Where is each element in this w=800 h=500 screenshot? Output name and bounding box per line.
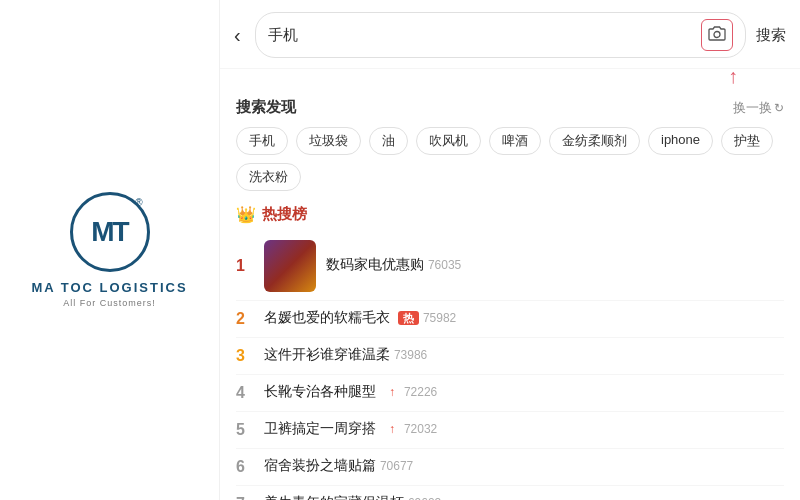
logo-initials: MT <box>91 216 127 248</box>
camera-icon <box>708 25 726 45</box>
hot-item-count: 76035 <box>428 258 461 272</box>
refresh-icon: ↻ <box>774 101 784 115</box>
tag-item[interactable]: 金纺柔顺剂 <box>549 127 640 155</box>
hot-list: 1 数码家电优惠购 76035 2 名媛也爱的软糯毛衣热 75982 3 这件开… <box>236 232 784 500</box>
hot-item-count: 69603 <box>408 496 441 500</box>
hot-text-area: 这件开衫谁穿谁温柔 73986 <box>264 346 784 366</box>
hot-rank: 4 <box>236 384 264 402</box>
hot-badge: ↑ <box>384 421 400 437</box>
arrow-indicator: ↑ <box>220 65 800 88</box>
company-tagline: All For Customers! <box>63 298 156 308</box>
hot-rank: 6 <box>236 458 264 476</box>
hot-text-area: 长靴专治各种腿型↑ 72226 <box>264 383 784 403</box>
main-panel: ‹ 手机 搜索 ↑ 搜索发现 换一换 ↻ 手机垃圾袋油吹风机 <box>220 0 800 500</box>
hot-item-text: 卫裤搞定一周穿搭↑ 72032 <box>264 420 784 438</box>
discover-title: 搜索发现 <box>236 98 296 117</box>
hot-item-count: 70677 <box>380 459 413 473</box>
hot-title-text: 热搜榜 <box>262 205 307 224</box>
hot-badge: ↑ <box>384 384 400 400</box>
logo-panel: MT ® MA TOC LOGISTICS All For Customers! <box>0 0 220 500</box>
hot-item-image <box>264 240 316 292</box>
refresh-button[interactable]: 换一换 ↻ <box>733 99 784 117</box>
search-button[interactable]: 搜索 <box>756 26 786 45</box>
hot-list-item[interactable]: 6 宿舍装扮之墙贴篇 70677 <box>236 449 784 486</box>
tag-item[interactable]: iphone <box>648 127 713 155</box>
tag-item[interactable]: 洗衣粉 <box>236 163 301 191</box>
hot-item-text: 数码家电优惠购 76035 <box>326 256 784 274</box>
hot-item-count: 75982 <box>423 311 456 325</box>
hot-list-item[interactable]: 2 名媛也爱的软糯毛衣热 75982 <box>236 301 784 338</box>
hot-item-text: 宿舍装扮之墙贴篇 70677 <box>264 457 784 475</box>
hot-item-text: 长靴专治各种腿型↑ 72226 <box>264 383 784 401</box>
crown-icon: 👑 <box>236 205 256 224</box>
hot-item-count: 72226 <box>404 385 437 399</box>
refresh-label: 换一换 <box>733 99 772 117</box>
discover-section-header: 搜索发现 换一换 ↻ <box>220 90 800 123</box>
back-button[interactable]: ‹ <box>230 24 245 47</box>
hot-rank: 2 <box>236 310 264 328</box>
hot-text-area: 数码家电优惠购 76035 <box>326 256 784 276</box>
tag-item[interactable]: 啤酒 <box>489 127 541 155</box>
hot-rank: 7 <box>236 495 264 500</box>
tag-item[interactable]: 垃圾袋 <box>296 127 361 155</box>
arrow-up-icon: ↑ <box>728 65 738 88</box>
tag-item[interactable]: 吹风机 <box>416 127 481 155</box>
hot-item-count: 73986 <box>394 348 427 362</box>
hot-item-text: 养生青年的宝藏保温杯 69603 <box>264 494 784 500</box>
tag-item[interactable]: 护垫 <box>721 127 773 155</box>
logo-registered: ® <box>135 197 142 208</box>
hot-text-area: 养生青年的宝藏保温杯 69603 <box>264 494 784 500</box>
hot-text-area: 宿舍装扮之墙贴篇 70677 <box>264 457 784 477</box>
hot-item-text: 名媛也爱的软糯毛衣热 75982 <box>264 309 784 327</box>
search-bar-area: ‹ 手机 搜索 <box>220 0 800 69</box>
tag-item[interactable]: 油 <box>369 127 408 155</box>
hot-item-count: 72032 <box>404 422 437 436</box>
hot-item-text: 这件开衫谁穿谁温柔 73986 <box>264 346 784 364</box>
hot-list-item[interactable]: 3 这件开衫谁穿谁温柔 73986 <box>236 338 784 375</box>
company-name: MA TOC LOGISTICS <box>31 280 187 295</box>
camera-button[interactable] <box>701 19 733 51</box>
hot-text-area: 卫裤搞定一周穿搭↑ 72032 <box>264 420 784 440</box>
hot-list-item[interactable]: 7 养生青年的宝藏保温杯 69603 <box>236 486 784 500</box>
hot-title: 👑 热搜榜 <box>236 205 784 224</box>
tags-area: 手机垃圾袋油吹风机啤酒金纺柔顺剂iphone护垫洗衣粉 <box>220 123 800 197</box>
hot-badge: 热 <box>398 311 419 325</box>
search-input[interactable]: 手机 <box>268 26 298 45</box>
hot-section: 👑 热搜榜 1 数码家电优惠购 76035 2 名媛也爱的软糯毛衣热 75982… <box>220 197 800 500</box>
hot-rank: 1 <box>236 257 264 275</box>
hot-text-area: 名媛也爱的软糯毛衣热 75982 <box>264 309 784 329</box>
search-input-wrap[interactable]: 手机 <box>255 12 746 58</box>
svg-point-0 <box>714 32 720 38</box>
logo-circle: MT ® <box>70 192 150 272</box>
hot-list-item[interactable]: 4 长靴专治各种腿型↑ 72226 <box>236 375 784 412</box>
tag-item[interactable]: 手机 <box>236 127 288 155</box>
hot-list-item[interactable]: 5 卫裤搞定一周穿搭↑ 72032 <box>236 412 784 449</box>
hot-rank: 5 <box>236 421 264 439</box>
hot-rank: 3 <box>236 347 264 365</box>
hot-list-item[interactable]: 1 数码家电优惠购 76035 <box>236 232 784 301</box>
